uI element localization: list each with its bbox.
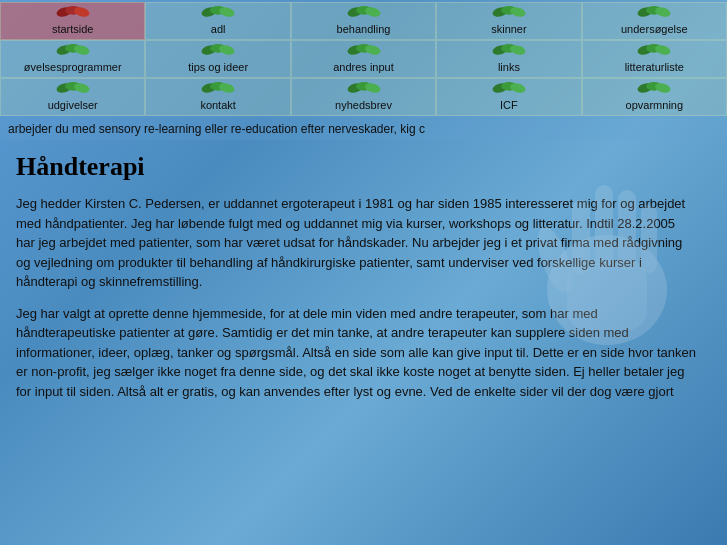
paragraph-1: Jeg hedder Kirsten C. Pedersen, er uddan… xyxy=(16,194,696,292)
nav-label-udgivelser: udgivelser xyxy=(48,99,98,111)
nav-label-opvarmning: opvarmning xyxy=(626,99,683,111)
nav-leaf-nyhedsbrev xyxy=(346,81,382,95)
nav-leaf-startside xyxy=(55,5,91,19)
navigation: startside adl behandling skinner undersø… xyxy=(0,0,727,118)
nav-label-adl: adl xyxy=(211,23,226,35)
nav-leaf-icf xyxy=(491,81,527,95)
nav-leaf-litteraturliste xyxy=(636,43,672,57)
nav-label-behandling: behandling xyxy=(337,23,391,35)
nav-leaf-oevelsesprogrammer xyxy=(55,43,91,57)
page-title: Håndterapi xyxy=(16,152,711,182)
nav-leaf-tips-og-ideer xyxy=(200,43,236,57)
nav-row-3: udgivelser kontakt nyhedsbrev ICF opvarm… xyxy=(0,78,727,116)
nav-leaf-behandling xyxy=(346,5,382,19)
nav-item-litteraturliste[interactable]: litteraturliste xyxy=(582,40,727,78)
nav-item-behandling[interactable]: behandling xyxy=(291,2,436,40)
nav-item-nyhedsbrev[interactable]: nyhedsbrev xyxy=(291,78,436,116)
nav-leaf-skinner xyxy=(491,5,527,19)
nav-label-andres-input: andres input xyxy=(333,61,394,73)
nav-label-oevelsesprogrammer: øvelsesprogrammer xyxy=(24,61,122,73)
nav-label-startside: startside xyxy=(52,23,94,35)
nav-item-oevelsesprogrammer[interactable]: øvelsesprogrammer xyxy=(0,40,145,78)
nav-label-skinner: skinner xyxy=(491,23,526,35)
nav-item-startside[interactable]: startside xyxy=(0,2,145,40)
nav-label-kontakt: kontakt xyxy=(200,99,235,111)
nav-item-links[interactable]: links xyxy=(436,40,581,78)
main-content: Håndterapi Jeg hedder Kirsten C. Pederse… xyxy=(0,140,727,429)
nav-label-links: links xyxy=(498,61,520,73)
nav-item-udgivelser[interactable]: udgivelser xyxy=(0,78,145,116)
nav-item-tips-og-ideer[interactable]: tips og ideer xyxy=(145,40,290,78)
nav-item-opvarmning[interactable]: opvarmning xyxy=(582,78,727,116)
nav-label-tips-og-ideer: tips og ideer xyxy=(188,61,248,73)
nav-leaf-opvarmning xyxy=(636,81,672,95)
nav-item-kontakt[interactable]: kontakt xyxy=(145,78,290,116)
nav-row-1: startside adl behandling skinner undersø… xyxy=(0,2,727,40)
nav-leaf-adl xyxy=(200,5,236,19)
ticker-bar: arbejder du med sensory re-learning elle… xyxy=(0,118,727,140)
nav-leaf-links xyxy=(491,43,527,57)
ticker-text: arbejder du med sensory re-learning elle… xyxy=(8,122,425,136)
nav-item-adl[interactable]: adl xyxy=(145,2,290,40)
nav-item-skinner[interactable]: skinner xyxy=(436,2,581,40)
nav-leaf-kontakt xyxy=(200,81,236,95)
nav-item-icf[interactable]: ICF xyxy=(436,78,581,116)
nav-label-litteraturliste: litteraturliste xyxy=(625,61,684,73)
nav-leaf-andres-input xyxy=(346,43,382,57)
nav-leaf-udgivelser xyxy=(55,81,91,95)
nav-item-andres-input[interactable]: andres input xyxy=(291,40,436,78)
nav-item-undersoegelse[interactable]: undersøgelse xyxy=(582,2,727,40)
nav-label-undersoegelse: undersøgelse xyxy=(621,23,688,35)
nav-label-icf: ICF xyxy=(500,99,518,111)
nav-leaf-undersoegelse xyxy=(636,5,672,19)
paragraph-2: Jeg har valgt at oprette denne hjemmesid… xyxy=(16,304,696,402)
nav-label-nyhedsbrev: nyhedsbrev xyxy=(335,99,392,111)
nav-row-2: øvelsesprogrammer tips og ideer andres i… xyxy=(0,40,727,78)
